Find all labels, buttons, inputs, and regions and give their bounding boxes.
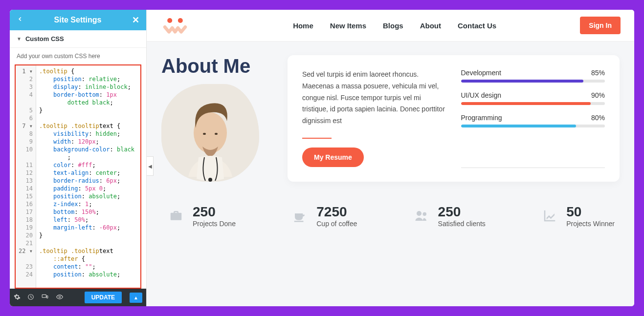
resume-button[interactable]: My Resume bbox=[302, 147, 364, 167]
stat-number: 50 bbox=[566, 204, 615, 220]
custom-css-label: Custom CSS bbox=[25, 35, 64, 42]
skill-pct: 80% bbox=[591, 114, 605, 122]
devices-icon[interactable] bbox=[41, 294, 49, 302]
svg-point-11 bbox=[422, 212, 426, 216]
users-icon bbox=[412, 209, 431, 223]
coffee-icon bbox=[290, 209, 310, 223]
stats-row: 250Projects Done7250Cup of coffee250Sati… bbox=[161, 204, 620, 228]
stat-label: Projects Done bbox=[193, 220, 236, 228]
site-topnav: HomeNew ItemsBlogsAboutContact Us Sign I… bbox=[147, 10, 634, 42]
stat-item: 250Projects Done bbox=[166, 204, 236, 228]
stat-label: Projects Winner bbox=[566, 220, 615, 228]
skill-row: Development85% bbox=[461, 69, 605, 83]
skill-pct: 85% bbox=[591, 69, 605, 77]
stat-label: Satisfied clients bbox=[438, 220, 486, 228]
settings-sidebar: Site Settings ✕ ▼ Custom CSS Add your ow… bbox=[10, 10, 147, 306]
page-title: About Me bbox=[161, 55, 274, 77]
custom-css-section-header[interactable]: ▼ Custom CSS bbox=[10, 30, 146, 48]
skill-bar bbox=[461, 125, 605, 127]
code-gutter: 1 ▾234567 ▾8910111213141516171819202122 … bbox=[16, 65, 36, 288]
svg-point-10 bbox=[417, 211, 422, 216]
stat-number: 250 bbox=[438, 204, 486, 220]
css-code-editor[interactable]: 1 ▾234567 ▾8910111213141516171819202122 … bbox=[15, 64, 141, 289]
svg-point-3 bbox=[167, 18, 172, 23]
back-icon[interactable] bbox=[17, 16, 23, 24]
avatar-image bbox=[161, 84, 259, 182]
stat-number: 7250 bbox=[316, 204, 357, 220]
site-logo[interactable] bbox=[160, 16, 190, 35]
stat-item: 250Satisfied clients bbox=[412, 204, 486, 228]
skill-row: UI/UX design90% bbox=[461, 91, 605, 105]
nav-link-home[interactable]: Home bbox=[293, 21, 313, 30]
about-paragraph: Sed vel turpis id enim laoreet rhoncus. … bbox=[302, 69, 446, 127]
divider bbox=[302, 138, 332, 139]
stat-item: 50Projects Winner bbox=[540, 204, 615, 228]
eye-icon[interactable] bbox=[56, 294, 64, 302]
nav-link-about[interactable]: About bbox=[420, 21, 441, 30]
sidebar-footer: UPDATE ▲ bbox=[10, 289, 146, 306]
svg-rect-0 bbox=[42, 295, 46, 297]
svg-point-2 bbox=[59, 296, 61, 298]
briefcase-icon bbox=[166, 209, 186, 223]
update-button[interactable]: UPDATE bbox=[85, 292, 122, 303]
preview-main: ◀ HomeNew ItemsBlogsAboutContact Us Sign… bbox=[147, 10, 634, 306]
svg-rect-1 bbox=[47, 295, 48, 298]
skill-bar bbox=[461, 80, 605, 83]
caret-down-icon: ▼ bbox=[17, 36, 22, 42]
svg-point-9 bbox=[208, 178, 212, 182]
history-icon[interactable] bbox=[27, 294, 34, 302]
stat-item: 7250Cup of coffee bbox=[290, 204, 357, 228]
skill-row: Programming80% bbox=[461, 114, 605, 127]
stat-label: Cup of coffee bbox=[316, 220, 357, 228]
about-card: Sed vel turpis id enim laoreet rhoncus. … bbox=[288, 55, 620, 182]
code-body[interactable]: .tooltip { position: relative; display: … bbox=[36, 65, 140, 288]
collapse-sidebar-handle[interactable]: ◀ bbox=[147, 156, 154, 176]
skill-name: UI/UX design bbox=[461, 91, 501, 99]
sidebar-title: Site Settings bbox=[23, 16, 132, 24]
svg-point-8 bbox=[215, 133, 218, 135]
stat-number: 250 bbox=[193, 204, 236, 220]
gear-icon[interactable] bbox=[14, 294, 21, 302]
close-icon[interactable]: ✕ bbox=[132, 15, 139, 25]
nav-link-contact-us[interactable]: Contact Us bbox=[458, 21, 496, 30]
skill-name: Development bbox=[461, 69, 502, 77]
svg-point-7 bbox=[203, 133, 206, 135]
skill-pct: 90% bbox=[591, 91, 605, 99]
chart-icon bbox=[540, 209, 559, 223]
svg-point-4 bbox=[178, 18, 183, 23]
update-dropdown-button[interactable]: ▲ bbox=[130, 293, 142, 303]
skill-name: Programming bbox=[461, 114, 502, 122]
skill-bar bbox=[461, 102, 605, 105]
sidebar-header: Site Settings ✕ bbox=[10, 10, 146, 30]
nav-link-blogs[interactable]: Blogs bbox=[383, 21, 403, 30]
signin-button[interactable]: Sign In bbox=[580, 17, 621, 34]
skills-list: Development85%UI/UX design90%Programming… bbox=[461, 69, 605, 168]
custom-css-hint: Add your own custom CSS here bbox=[10, 48, 146, 64]
nav-link-new-items[interactable]: New Items bbox=[330, 21, 366, 30]
